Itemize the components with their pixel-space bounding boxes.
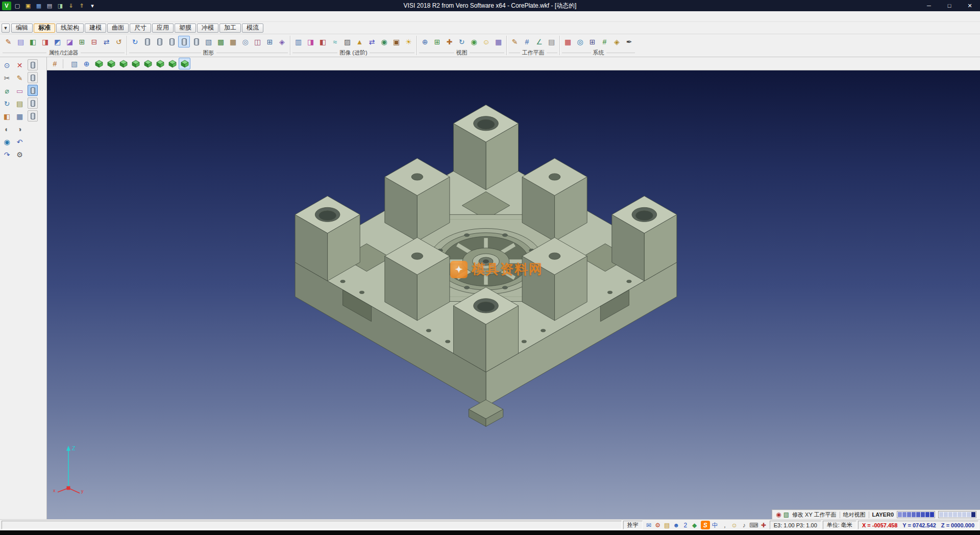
snapshot-icon[interactable]: ◉ — [378, 36, 390, 47]
folder-tray-icon[interactable]: ▤ — [663, 521, 672, 529]
settings-icon[interactable]: ⚙ — [14, 149, 26, 160]
calculator-icon[interactable]: ⊞ — [586, 36, 598, 47]
filter-reset-icon[interactable]: ↺ — [113, 36, 125, 47]
view-cube-top-icon[interactable] — [142, 58, 154, 69]
save-file-icon[interactable]: ▦ — [34, 2, 43, 10]
view-cube-iso-sw-icon[interactable] — [93, 58, 105, 69]
filter-toggle-5[interactable] — [28, 110, 38, 121]
multi-window-icon[interactable]: ⊞ — [264, 36, 276, 47]
print-icon[interactable]: ▤ — [45, 2, 54, 10]
point-edit-icon[interactable]: ✎ — [14, 72, 26, 84]
menu-mesh[interactable] — [23, 15, 31, 17]
workplane-grid-icon[interactable]: # — [49, 58, 61, 69]
trim-icon[interactable]: ✂ — [1, 72, 13, 84]
menu-machining[interactable] — [95, 15, 102, 17]
flat-shade-cylinder-icon[interactable] — [190, 36, 202, 47]
lang-chinese-icon[interactable]: 中 — [710, 521, 720, 529]
color-filter-icon[interactable]: ◨ — [39, 36, 51, 47]
compare-icon[interactable]: ⇄ — [366, 36, 378, 47]
box-shaded-icon[interactable]: ▩ — [215, 36, 227, 47]
menu-moldflow[interactable] — [124, 15, 131, 17]
maximize-button[interactable]: □ — [939, 0, 960, 11]
menu-modeling[interactable] — [45, 15, 52, 17]
attribute-brush-icon[interactable]: ✎ — [3, 36, 14, 47]
grid-snap-icon[interactable]: # — [599, 36, 610, 47]
emoji-icon[interactable]: ☺ — [730, 521, 739, 529]
tab-moldflow[interactable]: 模流 — [242, 23, 263, 33]
section-view-icon[interactable]: ◫ — [252, 36, 263, 47]
count-badge[interactable]: 2 — [681, 521, 690, 529]
view-cube-iso-default-icon[interactable] — [179, 58, 190, 69]
workplane-list-icon[interactable]: ▤ — [546, 36, 557, 47]
zebra-analysis-icon[interactable]: ▨ — [341, 36, 353, 47]
close-button[interactable]: ✕ — [960, 0, 980, 11]
filter-toggle-1[interactable] — [28, 59, 38, 70]
menu-stamping[interactable] — [109, 15, 116, 17]
menu-solid-edit[interactable] — [38, 15, 45, 17]
view-mode-label[interactable]: 绝对视图 — [843, 511, 866, 519]
units-indicator[interactable]: 单位: 毫米 — [823, 521, 856, 529]
menu-standard-parts[interactable] — [116, 15, 124, 17]
workplane-label[interactable]: 修改 XY 工作平面 — [792, 511, 837, 519]
menu-window[interactable] — [88, 15, 95, 17]
wireframe-cylinder-icon[interactable] — [141, 36, 153, 47]
dynamic-mode-icon[interactable]: ◉ — [776, 512, 781, 518]
tab-edit[interactable]: 编辑 — [11, 23, 33, 33]
link-icon[interactable]: ◆ — [690, 521, 699, 529]
paint-icon[interactable]: ◧ — [1, 110, 13, 122]
line-filter-icon[interactable]: ◩ — [52, 36, 63, 47]
zoom-model-icon[interactable]: ⊕ — [81, 58, 92, 69]
filter-add-icon[interactable]: ⊞ — [76, 36, 88, 47]
redo-icon[interactable]: ↷ — [1, 149, 13, 160]
hidden-line-cylinder-icon[interactable] — [154, 36, 165, 47]
texture-view-icon[interactable]: ▦ — [227, 36, 239, 47]
import-icon[interactable]: ⇓ — [66, 2, 76, 10]
tab-surface[interactable]: 曲面 — [107, 23, 129, 33]
workplane-align-icon[interactable]: ∠ — [533, 36, 545, 47]
menu-electrode[interactable] — [59, 15, 66, 17]
snap-toggle[interactable]: 拴宇 — [623, 521, 643, 529]
tab-machining[interactable]: 加工 — [219, 23, 241, 33]
tab-standard[interactable]: 标准 — [34, 23, 55, 33]
info-icon[interactable]: ◉ — [1, 136, 13, 148]
display-settings-icon[interactable]: ◈ — [276, 36, 288, 47]
voice-icon[interactable]: ♪ — [740, 521, 749, 529]
filter-swap-icon[interactable]: ⇄ — [101, 36, 112, 47]
level-indicator-2[interactable] — [938, 511, 976, 518]
menu-drafting[interactable] — [74, 15, 81, 17]
view-manager-icon[interactable]: ▦ — [493, 36, 504, 47]
render-icon[interactable]: ☀ — [403, 36, 414, 47]
new-file-icon[interactable]: ▢ — [13, 2, 22, 10]
filter-remove-icon[interactable]: ⊟ — [88, 36, 100, 47]
toolbar-separator[interactable] — [63, 59, 66, 68]
workplane-cube-icon[interactable]: ▧ — [783, 512, 789, 518]
redraw-icon[interactable]: ↻ — [129, 36, 141, 47]
plot-icon[interactable]: ◨ — [56, 2, 65, 10]
menu-dimension[interactable] — [66, 15, 74, 17]
element-filter-icon[interactable]: ◪ — [64, 36, 76, 47]
edge-highlight-icon[interactable]: ◨ — [305, 36, 316, 47]
tab-wireframe[interactable]: 线架构 — [56, 23, 84, 33]
advanced-shading-icon[interactable]: ▥ — [292, 36, 304, 47]
view-cube-iso-ne-icon[interactable] — [117, 58, 129, 69]
filter-toggle-2[interactable] — [28, 72, 38, 83]
color-table-icon[interactable]: ▦ — [562, 36, 574, 47]
eye-icon[interactable]: ◉ — [468, 36, 480, 47]
view-cube-iso-se-icon[interactable] — [105, 58, 117, 69]
viewport-canvas[interactable]: ✦ 模具资料网 Z x y ◉▧ 修改 XY 工作平面 绝对视图 — [47, 70, 980, 519]
level-indicator-1[interactable] — [897, 511, 935, 518]
menu-system[interactable] — [81, 15, 88, 17]
shaded-edges-cylinder-icon[interactable] — [178, 36, 190, 47]
delete-icon[interactable]: ✕ — [14, 59, 26, 71]
soft-keyboard-icon[interactable]: ⌨ — [749, 521, 758, 529]
minimize-button[interactable]: ─ — [919, 0, 939, 11]
ime-toolbox-icon[interactable]: ✚ — [759, 521, 768, 529]
dynamic-section-icon[interactable]: ◧ — [317, 36, 329, 47]
mask-icon[interactable]: ◐ — [1, 123, 13, 135]
layer-filter-icon[interactable]: ◧ — [27, 36, 39, 47]
draft-analysis-icon[interactable]: ▲ — [354, 36, 365, 47]
tab-dimension[interactable]: 尺寸 — [130, 23, 151, 33]
menu-edit[interactable] — [9, 15, 16, 17]
menu-wireframe[interactable] — [16, 15, 23, 17]
eraser-icon[interactable]: ▭ — [14, 85, 26, 96]
